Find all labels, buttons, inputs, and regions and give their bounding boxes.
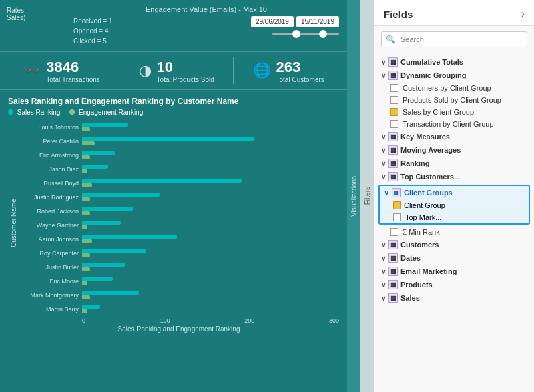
customers-label: Total Customers (276, 76, 324, 83)
date-btn-start[interactable]: 29/06/2019 (251, 16, 294, 27)
bars-area (82, 204, 339, 218)
list-item[interactable]: ∨ ▦ Products (374, 278, 534, 291)
fields-header: Fields › (374, 0, 534, 26)
section-label: Ranking (400, 159, 429, 167)
section-label: Dynamic Grouping (400, 71, 466, 79)
chevron-icon: ∨ (381, 255, 386, 262)
bar-engagement (82, 253, 90, 257)
field-checkbox-checked[interactable] (390, 108, 398, 116)
bar-label: Wayne Gardner (19, 222, 82, 229)
engagement-slider[interactable] (272, 33, 339, 35)
chevron-icon: ∨ (381, 160, 386, 167)
x-tick: 100 (160, 317, 170, 324)
sales-label: Sales) (7, 14, 25, 21)
bar-label: Mark Montgomery (19, 292, 82, 299)
received-stat: Received = 1 (73, 16, 113, 26)
bar-sales (82, 179, 242, 183)
table-row: Russell Boyd (19, 176, 339, 190)
x-tick: 300 (329, 317, 339, 324)
list-item[interactable]: Products Sold by Client Group (374, 94, 534, 106)
bar-engagement (82, 183, 92, 187)
field-checkbox[interactable] (390, 96, 398, 104)
bar-engagement (82, 225, 87, 229)
list-item[interactable]: ∨ ▦ Moving Averages (374, 143, 534, 157)
field-checkbox[interactable] (390, 84, 398, 92)
bar-sales (82, 221, 121, 225)
stat-text-transactions: 3846 Total Transactions (46, 59, 100, 83)
fields-collapse-icon[interactable]: › (521, 8, 525, 20)
table-icon: ▦ (388, 240, 398, 249)
list-item[interactable]: Customers by Client Group (374, 82, 534, 94)
stat-text-customers: 263 Total Customers (276, 59, 324, 83)
section-label: Dates (400, 254, 421, 262)
bar-engagement (82, 197, 90, 201)
table-row: Martin Berry (19, 302, 339, 316)
opened-stat: Opened = 4 (73, 26, 113, 36)
transactions-value: 3846 (46, 59, 100, 76)
field-label: Customers by Client Group (403, 84, 491, 92)
stat-transactions: 〰️ 3846 Total Transactions (23, 59, 100, 83)
list-item[interactable]: Top Mark... (380, 211, 529, 223)
visualizations-panel[interactable]: Visualizations (347, 0, 360, 392)
table-row: Mark Montgomery (19, 288, 339, 302)
bar-sales (82, 165, 108, 169)
slider-thumb-left[interactable] (292, 30, 300, 38)
bar-label: Jason Diaz (19, 166, 82, 173)
slider-thumb-right[interactable] (319, 30, 327, 38)
date-controls[interactable]: 29/06/2019 15/11/2019 (251, 16, 339, 27)
field-checkbox[interactable] (390, 228, 398, 236)
table-row: Eric Moore (19, 274, 339, 288)
bar-sales (82, 137, 254, 141)
chart-legend: Sales Ranking Engagement Ranking (8, 109, 339, 116)
x-tick: 200 (244, 317, 254, 324)
list-item[interactable]: Sales by Client Group (374, 106, 534, 118)
list-item[interactable]: Σ Min Rank (374, 226, 534, 238)
list-item[interactable]: ∨ ▦ Key Measures (374, 130, 534, 143)
table-icon: ▦ (388, 132, 398, 141)
list-item[interactable]: ∨ ▦ Sales (374, 291, 534, 305)
section-label: Sales (400, 294, 420, 302)
search-input[interactable] (381, 31, 527, 47)
section-label: Key Measures (400, 133, 450, 141)
bar-sales (82, 291, 139, 295)
bar-label: Robert Jackson (19, 208, 82, 215)
list-item[interactable]: Client Group (380, 199, 529, 211)
filters-panel[interactable]: Filters (360, 0, 374, 392)
list-item[interactable]: ∨ ▦ Customers (374, 238, 534, 251)
field-checkbox[interactable] (390, 120, 398, 128)
filters-label: Filters (364, 187, 371, 205)
list-item[interactable]: ∨ ▦ Dates (374, 251, 534, 265)
x-axis: 0100200300 (19, 317, 339, 324)
table-icon: ▦ (388, 267, 398, 276)
table-row: Louis Johnston (19, 120, 339, 134)
list-item[interactable]: ∨ ▦ Dynamic Grouping (374, 69, 534, 82)
bar-sales (82, 235, 177, 239)
table-icon: ▦ (388, 253, 398, 263)
list-item[interactable]: ∨ ▦ Email Marketing (374, 265, 534, 278)
chart-body: Louis Johnston Peter Castillo Eric Armst… (19, 120, 339, 327)
legend-sales-label: Sales Ranking (17, 109, 60, 116)
stats-row: 〰️ 3846 Total Transactions ◑ 10 Total Pr… (0, 51, 347, 90)
table-row: Justin Rodriguez (19, 190, 339, 204)
list-item[interactable]: ∨ ▦ Ranking (374, 157, 534, 170)
list-item[interactable]: ∨ ▦ Cumulative Totals (374, 55, 534, 69)
table-row: Aaron Johnson (19, 232, 339, 246)
chevron-icon: ∨ (381, 173, 386, 181)
client-groups-header[interactable]: ∨ ▦ Client Groups (380, 186, 529, 199)
bar-engagement (82, 127, 90, 131)
stat-divider-1 (119, 57, 119, 84)
stat-customers: 🌐 263 Total Customers (253, 59, 324, 83)
engagement-title: Engagement Value (Emails) - Max 10 (73, 5, 339, 13)
section-label: Products (400, 281, 433, 289)
slider-track[interactable] (272, 33, 339, 35)
legend-sales: Sales Ranking (8, 109, 60, 116)
field-label: Sales by Client Group (403, 108, 474, 116)
bar-sales (82, 263, 125, 267)
section-label: Moving Averages (400, 146, 461, 154)
list-item[interactable]: Transaction by Client Group (374, 118, 534, 130)
list-item[interactable]: ∨ ▦ Top Customers... (374, 170, 534, 183)
search-box[interactable]: 🔍 (381, 31, 527, 47)
date-btn-end[interactable]: 15/11/2019 (296, 16, 339, 27)
bar-label: Martin Berry (19, 306, 82, 313)
bar-sales (82, 207, 134, 211)
